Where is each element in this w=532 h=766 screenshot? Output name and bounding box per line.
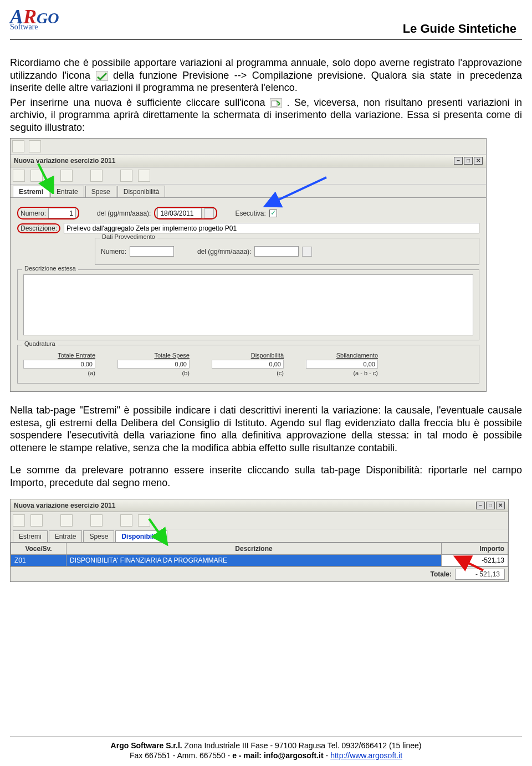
quad-value: 0,00 [117,360,190,369]
col-voce: Voce/Sv. [11,543,66,555]
fieldset-descr-estesa: Descrizione estesa [22,265,78,272]
quad-header: Sbilanciamento [336,352,378,359]
print-icon[interactable] [120,514,132,527]
footer-link[interactable]: http://www.argosoft.it [330,751,402,760]
print-icon[interactable] [138,170,150,182]
col-importo: Importo [442,543,508,555]
calendar-icon[interactable] [204,208,214,218]
data-field[interactable] [157,208,202,218]
label-numero: Numero: [21,210,46,217]
quad-value: 0,00 [212,360,284,369]
window-title: Nuova variazione esercizio 2011 [14,157,115,165]
quad-header: Totale Entrate [58,352,95,359]
descr-estesa-textarea[interactable] [23,274,473,335]
paragraph-4: Le somme da prelevare potranno essere in… [10,464,522,489]
save-icon[interactable] [30,514,43,527]
esecutiva-checkbox[interactable] [269,210,277,217]
disponibilita-table: Voce/Sv. Descrizione Importo Z01 DISPONI… [11,543,508,566]
tab-spese[interactable]: Spese [85,186,116,197]
label-esecutiva: Esecutiva: [235,210,265,217]
quad-value: 0,00 [23,360,95,369]
minimize-icon[interactable]: – [454,157,463,165]
provv-data-field[interactable] [254,246,299,257]
window-title: Nuova variazione esercizio 2011 [14,502,115,509]
paragraph-1: Ricordiamo che è possibile apportare var… [10,57,522,94]
quad-foot: (c) [277,370,284,376]
add-icon [270,98,282,108]
toolbar-icon[interactable] [29,140,41,152]
fieldset-dati-provv: Dati Provvedimento [100,233,157,240]
argo-logo: ARGO Software [10,7,59,31]
variation-window-estremi: Nuova variazione esercizio 2011 – □ ✕ Es… [10,138,487,392]
toolbar-icon[interactable] [12,140,24,152]
minimize-icon[interactable]: – [476,502,485,509]
print-icon[interactable] [120,170,132,182]
totale-value: - 521,13 [455,569,505,580]
approve-icon [96,71,108,81]
save-icon[interactable] [30,170,43,182]
close-icon[interactable]: ✕ [496,502,505,509]
cell-importo[interactable]: -521,13 [442,555,508,566]
maximize-icon[interactable]: □ [464,157,473,165]
quad-value: 0,00 [306,360,378,369]
toolbar-icon[interactable] [13,170,25,182]
cell-voce: Z01 [11,555,66,566]
page-footer: Argo Software S.r.l. Zona Industriale II… [10,737,522,760]
quad-header: Disponibilità [251,352,284,359]
copy-icon[interactable] [90,514,103,527]
quad-foot: (b) [182,370,190,376]
close-icon[interactable]: ✕ [474,157,483,165]
label-provv-numero: Numero: [101,248,126,256]
header-title: Le Guide Sintetiche [403,22,516,36]
maximize-icon[interactable]: □ [486,502,495,509]
totale-label: Totale: [431,570,452,578]
tab-entrate[interactable]: Entrate [50,186,84,197]
descrizione-field[interactable] [64,223,479,233]
tab-estremi[interactable]: Estremi [13,186,49,197]
tab-estremi[interactable]: Estremi [13,530,48,542]
tab-disponibilita[interactable]: Disponibilità [117,186,166,197]
label-provv-del: del (gg/mm/aaaa): [197,248,251,256]
tab-entrate[interactable]: Entrate [49,530,83,542]
paragraph-2: Per inserirne una nuova è sufficiente cl… [10,96,522,134]
copy-icon[interactable] [90,170,103,182]
quad-foot: (a - b - c) [353,370,378,376]
label-del: del (gg/mm/aaaa): [97,210,151,217]
provv-numero-field[interactable] [130,246,174,257]
quad-header: Totale Spese [154,352,190,359]
cell-descr: DISPONIBILITA' FINANZIARIA DA PROGRAMMAR… [66,555,442,566]
fieldset-quadratura: Quadratura [22,340,58,347]
quad-foot: (a) [88,370,95,376]
tab-spese[interactable]: Spese [83,530,114,542]
variation-window-disponibilita: Nuova variazione esercizio 2011 – □ ✕ Es… [10,499,509,582]
toolbar-icon[interactable] [13,514,25,527]
print-icon[interactable] [138,514,150,527]
grid-icon[interactable] [60,170,73,182]
numero-field[interactable] [48,208,76,218]
label-descrizione: Descrizione: [21,224,57,232]
svg-rect-0 [272,101,277,106]
grid-icon[interactable] [60,514,73,527]
col-descrizione: Descrizione [66,543,442,555]
tab-disponibilita[interactable]: Disponibilità [115,530,167,542]
calendar-icon[interactable] [302,247,312,257]
paragraph-3: Nella tab-page "Estremi" è possibile ind… [10,404,522,454]
table-row[interactable]: Z01 DISPONIBILITA' FINANZIARIA DA PROGRA… [11,555,508,566]
